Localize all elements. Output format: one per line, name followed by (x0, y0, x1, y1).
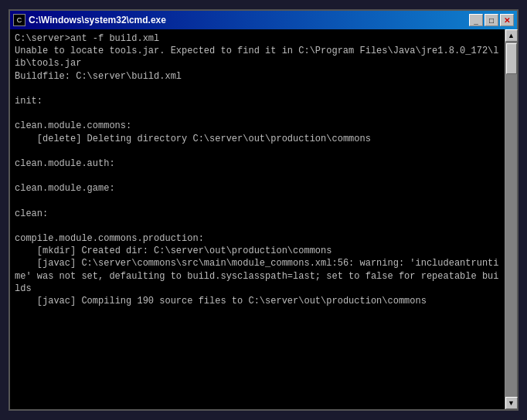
minimize-button[interactable]: _ (469, 14, 483, 26)
scrollbar-track[interactable] (505, 42, 517, 397)
title-bar-left: C C:\Windows\system32\cmd.exe (13, 14, 166, 26)
scroll-down-button[interactable]: ▼ (505, 397, 518, 409)
window-body: C:\server>ant -f build.xml Unable to loc… (10, 29, 517, 409)
title-bar: C C:\Windows\system32\cmd.exe _ □ ✕ (10, 11, 517, 29)
console-area: C:\server>ant -f build.xml Unable to loc… (10, 29, 505, 409)
vertical-scrollbar[interactable]: ▲ ▼ (505, 29, 517, 409)
cmd-window: C C:\Windows\system32\cmd.exe _ □ ✕ C:\s… (8, 9, 518, 411)
window-controls: _ □ ✕ (469, 14, 514, 26)
console-output: C:\server>ant -f build.xml Unable to loc… (15, 32, 500, 307)
close-button[interactable]: ✕ (500, 14, 514, 26)
scrollbar-thumb[interactable] (506, 43, 517, 74)
scroll-up-button[interactable]: ▲ (505, 29, 518, 42)
cmd-icon: C (13, 14, 26, 26)
maximize-button[interactable]: □ (484, 14, 498, 26)
window-title: C:\Windows\system32\cmd.exe (29, 15, 166, 25)
